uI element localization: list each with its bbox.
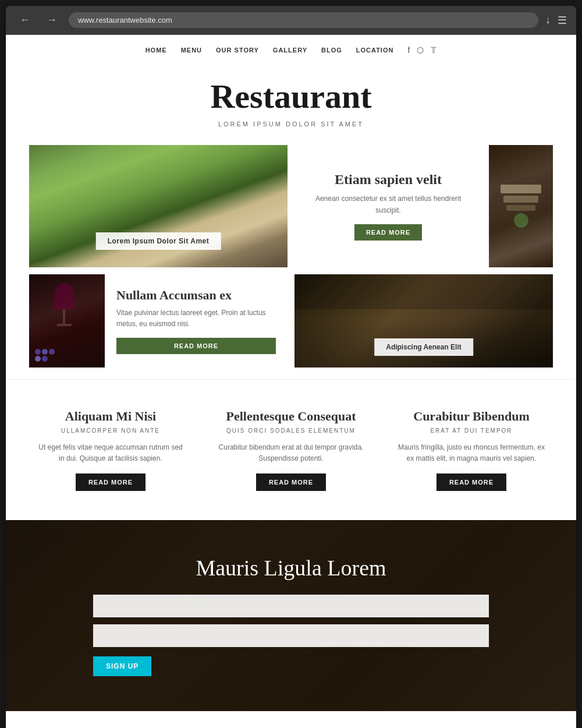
col3-title: Curabitur Bibendum — [396, 409, 547, 424]
col-card-3: Curabitur Bibendum ERAT AT DUI TEMPOR Ma… — [390, 403, 553, 497]
col2-title: Pellentesque Consequat — [215, 409, 367, 424]
adipiscing-overlay: Adipiscing Aenean Elit — [374, 338, 473, 356]
col1-read-more[interactable]: READ MORE — [76, 473, 146, 491]
address-bar[interactable] — [69, 12, 538, 28]
etiam-read-more[interactable]: READ MORE — [354, 224, 422, 241]
browser-toolbar: ← → ↓ ☰ — [6, 6, 576, 35]
col2-read-more[interactable]: READ MORE — [256, 473, 326, 491]
col1-title: Aliquam Mi Nisi — [35, 409, 186, 424]
website-content: HOME MENU OUR STORY GALLERY BLOG LOCATIO… — [6, 35, 576, 728]
nav-social: f ⬡ 𝕋 — [407, 45, 436, 55]
window-area — [294, 274, 553, 309]
nav-menu[interactable]: MENU — [181, 47, 202, 54]
accumsan-card: Nullam Accumsan ex Vitae pulvinar lectus… — [105, 274, 288, 367]
nav-blog[interactable]: BLOG — [321, 47, 342, 54]
bottom-section: Mauris Pellentesque Mi Eget Your Name * — [6, 711, 576, 728]
nav-gallery[interactable]: GALLERY — [273, 47, 307, 54]
accumsan-title: Nullam Accumsan ex — [116, 288, 276, 303]
twitter-icon[interactable]: 𝕋 — [431, 45, 436, 55]
grapes-decoration — [35, 349, 58, 362]
newsletter-name-input[interactable] — [93, 595, 489, 617]
back-button[interactable]: ← — [15, 12, 35, 29]
nav-links: HOME MENU OUR STORY GALLERY BLOG LOCATIO… — [146, 47, 394, 54]
facebook-icon[interactable]: f — [407, 45, 410, 55]
etiam-text: Aenean consectetur ex sit amet tellus he… — [306, 193, 470, 215]
etiam-card: Etiam sapien velit Aenean consectetur ex… — [294, 145, 482, 267]
col3-text: Mauris fringilla, justo eu rhoncus ferme… — [396, 442, 547, 464]
nav-home[interactable]: HOME — [146, 47, 167, 54]
newsletter-form: SIGN UP — [29, 595, 553, 676]
col2-text: Curabitur bibendum erat at dui tempor gr… — [215, 442, 367, 464]
col-card-2: Pellentesque Consequat QUIS ORCI SODALES… — [210, 403, 372, 497]
main-grid: Lorem Ipsum Dolor Sit Amet — [6, 145, 576, 379]
nav-our-story[interactable]: OUR STORY — [216, 47, 259, 54]
newsletter-btn-row: SIGN UP — [93, 656, 489, 676]
col1-text: Ut eget felis vitae neque accumsan rutru… — [35, 442, 186, 464]
newsletter-title: Mauris Ligula Lorem — [29, 555, 553, 581]
accumsan-read-more[interactable]: READ MORE — [116, 338, 276, 354]
right-column: Etiam sapien velit Aenean consectetur ex… — [294, 145, 553, 367]
wine-image — [29, 274, 105, 367]
cheese-decoration — [489, 145, 553, 267]
nav-location[interactable]: LOCATION — [356, 47, 394, 54]
col-card-1: Aliquam Mi Nisi ULLAMCORPER NON ANTE Ut … — [29, 403, 192, 497]
instagram-icon[interactable]: ⬡ — [417, 45, 424, 55]
hero-subtitle: LOREM IPSUM DOLOR SIT AMET — [29, 121, 553, 128]
menu-icon[interactable]: ☰ — [558, 14, 567, 27]
hero-title: Restaurant — [29, 77, 553, 116]
site-wrapper: HOME MENU OUR STORY GALLERY BLOG LOCATIO… — [6, 35, 576, 728]
dark-food-image — [489, 145, 553, 267]
browser-window: ← → ↓ ☰ HOME MENU OUR STORY GALLERY BLOG… — [6, 6, 576, 728]
col3-read-more[interactable]: READ MORE — [436, 473, 506, 491]
site-nav: HOME MENU OUR STORY GALLERY BLOG LOCATIO… — [6, 35, 576, 65]
forward-button[interactable]: → — [42, 12, 62, 29]
bottom-left-card: Nullam Accumsan ex Vitae pulvinar lectus… — [29, 274, 288, 367]
hero-section: Restaurant LOREM IPSUM DOLOR SIT AMET — [6, 65, 576, 145]
signup-button[interactable]: SIGN UP — [93, 656, 151, 676]
col2-subtitle: QUIS ORCI SODALES ELEMENTUM — [215, 427, 367, 434]
left-column: Lorem Ipsum Dolor Sit Amet — [29, 145, 288, 367]
etiam-title: Etiam sapien velit — [335, 172, 442, 188]
newsletter-section: Mauris Ligula Lorem SIGN UP — [6, 520, 576, 711]
browser-actions: ↓ ☰ — [545, 14, 567, 27]
three-col-section: Aliquam Mi Nisi ULLAMCORPER NON ANTE Ut … — [6, 379, 576, 520]
restaurant-interior-image: Adipiscing Aenean Elit — [294, 274, 553, 367]
download-icon[interactable]: ↓ — [545, 14, 551, 27]
col1-subtitle: ULLAMCORPER NON ANTE — [35, 427, 186, 434]
wine-decoration — [49, 283, 79, 330]
image-overlay-label: Lorem Ipsum Dolor Sit Amet — [96, 232, 221, 250]
hero-food-image: Lorem Ipsum Dolor Sit Amet — [29, 145, 288, 267]
newsletter-email-input[interactable] — [93, 624, 489, 647]
accumsan-text: Vitae pulvinar lectus laoreet eget. Proi… — [116, 308, 276, 330]
right-top-row: Etiam sapien velit Aenean consectetur ex… — [294, 145, 553, 267]
col3-subtitle: ERAT AT DUI TEMPOR — [396, 427, 547, 434]
